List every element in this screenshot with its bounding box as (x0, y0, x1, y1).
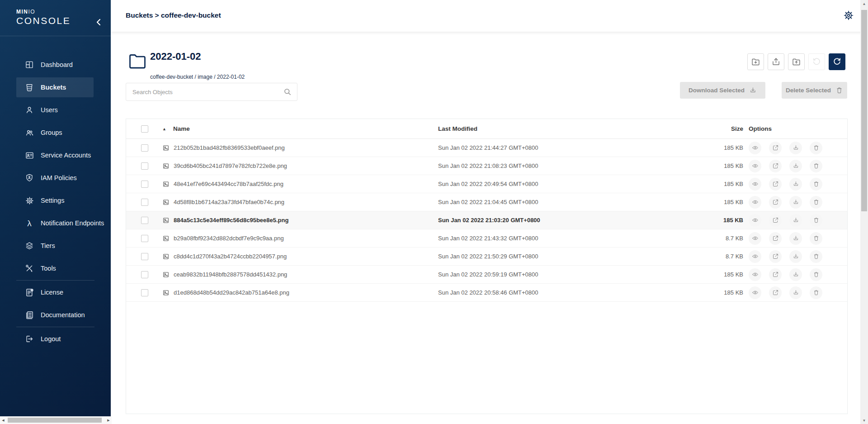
upload-folder-button[interactable] (788, 53, 805, 70)
breadcrumb[interactable]: Buckets > coffee-dev-bucket (126, 11, 221, 19)
sidebar-item-license[interactable]: License (0, 281, 111, 304)
table-row[interactable]: 39cd6b405bc241d7897e782fcb722e8e.png Sun… (126, 157, 847, 175)
vertical-scrollbar-thumb[interactable] (861, 10, 867, 211)
row-checkbox[interactable] (141, 253, 148, 260)
share-button[interactable] (769, 196, 782, 209)
delete-button[interactable] (810, 196, 822, 209)
sidebar-item-notification-endpoints[interactable]: λ Notification Endpoints (0, 212, 111, 234)
settings-button[interactable] (842, 9, 855, 22)
scroll-down-arrow[interactable]: ▼ (860, 417, 868, 424)
scroll-right-arrow[interactable]: ▶ (105, 416, 112, 424)
table-row[interactable]: 884a5c13c5e34eff89c56d8c95bee8e5.png Sun… (126, 211, 847, 229)
delete-button[interactable] (810, 286, 822, 299)
delete-button[interactable] (810, 214, 822, 227)
object-last-modified: Sun Jan 02 2022 21:50:29 GMT+0800 (438, 253, 666, 260)
preview-button[interactable] (749, 214, 761, 227)
column-header-last-modified[interactable]: Last Modified (438, 125, 666, 132)
preview-button[interactable] (749, 232, 761, 245)
preview-button[interactable] (749, 268, 761, 281)
search-input[interactable] (126, 83, 297, 101)
share-button[interactable] (769, 142, 782, 154)
row-checkbox[interactable] (141, 199, 148, 206)
sidebar-item-label: Notification Endpoints (41, 219, 104, 227)
preview-button[interactable] (749, 196, 761, 209)
sidebar-item-groups[interactable]: Groups (0, 121, 111, 144)
row-checkbox[interactable] (141, 144, 148, 152)
delete-button[interactable] (810, 268, 822, 281)
new-path-button[interactable] (747, 53, 764, 70)
column-header-name[interactable]: ▲Name (158, 125, 438, 132)
row-checkbox[interactable] (141, 181, 148, 188)
delete-button[interactable] (810, 142, 822, 154)
delete-selected-button[interactable]: Delete Selected (782, 82, 847, 99)
download-button[interactable] (789, 286, 802, 299)
download-button[interactable] (789, 178, 802, 191)
download-button[interactable] (789, 268, 802, 281)
upload-file-button[interactable] (768, 53, 784, 70)
sidebar-item-documentation[interactable]: Documentation (0, 304, 111, 326)
sidebar-item-tools[interactable]: Tools (0, 257, 111, 280)
preview-button[interactable] (749, 142, 761, 154)
delete-button[interactable] (810, 232, 822, 245)
horizontal-scrollbar-thumb[interactable] (8, 418, 102, 423)
table-row[interactable]: c8dd4c1d270f43a2b4724ccbb2204957.png Sun… (126, 248, 847, 266)
share-button[interactable] (769, 268, 782, 281)
table-row[interactable]: 212b052b1bad482fb8369533ebf0aeef.png Sun… (126, 139, 847, 157)
table-row[interactable]: 4d58f8b1b6714a23a73fd47bfae0b74c.png Sun… (126, 193, 847, 211)
share-button[interactable] (769, 250, 782, 263)
row-checkbox[interactable] (141, 217, 148, 224)
preview-button[interactable] (749, 286, 761, 299)
object-name: c8dd4c1d270f43a2b4724ccbb2204957.png (174, 253, 287, 260)
sidebar-item-tiers[interactable]: Tiers (0, 234, 111, 257)
download-selected-button[interactable]: Download Selected (680, 82, 765, 99)
share-button[interactable] (769, 178, 782, 191)
object-path[interactable]: coffee-dev-bucket / image / 2022-01-02 (150, 74, 245, 80)
download-button[interactable] (789, 214, 802, 227)
row-checkbox[interactable] (141, 271, 148, 278)
download-button[interactable] (789, 232, 802, 245)
table-row[interactable]: d1ed868d48b54dd29ac842ab751a64e8.png Sun… (126, 284, 847, 302)
share-button[interactable] (769, 286, 782, 299)
download-button[interactable] (789, 250, 802, 263)
object-size: 185 KB (666, 144, 743, 151)
share-button[interactable] (769, 214, 782, 227)
row-checkbox[interactable] (141, 289, 148, 296)
sidebar-item-logout[interactable]: Logout (0, 328, 111, 350)
image-file-icon (162, 181, 170, 188)
sidebar-nav: Dashboard Buckets Users Groups Service A… (0, 53, 111, 350)
preview-button[interactable] (749, 178, 761, 191)
delete-button[interactable] (810, 178, 822, 191)
download-button[interactable] (789, 142, 802, 154)
preview-button[interactable] (749, 160, 761, 172)
row-checkbox[interactable] (141, 162, 148, 170)
object-size: 185 KB (666, 271, 743, 278)
preview-button[interactable] (749, 250, 761, 263)
sidebar-horizontal-scrollbar[interactable]: ◀ ▶ (0, 416, 112, 424)
download-button[interactable] (789, 196, 802, 209)
delete-button[interactable] (810, 160, 822, 172)
sidebar-item-dashboard[interactable]: Dashboard (0, 53, 111, 76)
refresh-button[interactable] (829, 53, 845, 70)
groups-icon (24, 128, 35, 138)
sidebar-item-settings[interactable]: Settings (0, 189, 111, 212)
sidebar-item-service-accounts[interactable]: Service Accounts (0, 144, 111, 167)
sidebar-item-users[interactable]: Users (0, 99, 111, 121)
sidebar-item-iam-policies[interactable]: IAM Policies (0, 167, 111, 189)
gear-icon (843, 10, 854, 21)
table-row[interactable]: ceab9832b11948bfb2887578dd451432.png Sun… (126, 266, 847, 284)
column-header-size[interactable]: Size (666, 125, 743, 132)
share-button[interactable] (769, 160, 782, 172)
vertical-scrollbar[interactable]: ▲ ▼ (860, 0, 868, 424)
select-all-checkbox[interactable] (141, 125, 148, 133)
scroll-left-arrow[interactable]: ◀ (0, 416, 6, 424)
table-row[interactable]: 48e41ef7e69c443494cc78b7aaf25fdc.png Sun… (126, 175, 847, 193)
sidebar-collapse-button[interactable] (96, 18, 101, 26)
sidebar-item-label: IAM Policies (41, 174, 77, 181)
delete-button[interactable] (810, 250, 822, 263)
download-button[interactable] (789, 160, 802, 172)
table-row[interactable]: b29a08fbf92342d882dcbdf7e9c9c9aa.png Sun… (126, 229, 847, 248)
sidebar-item-buckets[interactable]: Buckets (0, 76, 111, 99)
share-button[interactable] (769, 232, 782, 245)
scroll-up-arrow[interactable]: ▲ (860, 0, 868, 7)
row-checkbox[interactable] (141, 235, 148, 242)
